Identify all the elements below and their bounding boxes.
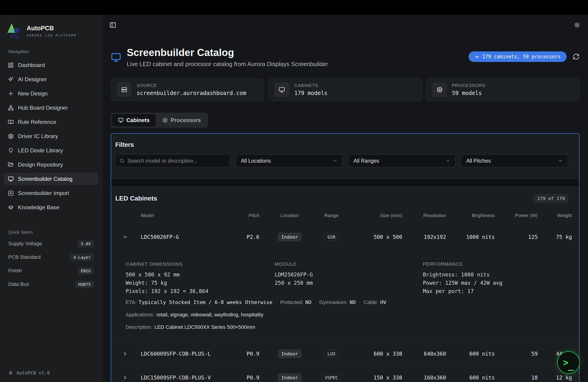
topbar xyxy=(103,15,588,35)
applications-field: Applications: retail, signage, videowall… xyxy=(126,312,572,318)
table-row[interactable]: LDC60009SFP-COB-PLUS-L P0.9 Indoor LUX 6… xyxy=(111,342,579,366)
sidebar-item-new-design[interactable]: New Design xyxy=(4,87,99,100)
chevron-down-icon xyxy=(558,158,563,163)
meta-label: Gymnasium: xyxy=(319,299,348,305)
expand-row-button[interactable] xyxy=(116,375,141,381)
cell-size: 500 x 500 xyxy=(343,234,402,240)
sidebar-item-dashboard[interactable]: Dashboard xyxy=(4,59,99,71)
column-header: Power (W) xyxy=(495,213,538,218)
chevron-down-icon xyxy=(122,234,128,240)
cabinets-table-card: LED Cabinets 179 of 179 Model Pitch Loca… xyxy=(111,186,579,382)
sidebar-toggle-button[interactable] xyxy=(109,21,116,28)
page-subtitle: Live LED cabinet and processor catalog f… xyxy=(127,60,328,68)
location-filter-select[interactable]: All Locations xyxy=(236,154,343,167)
quick-spec-row: Finish ENIG xyxy=(4,267,99,275)
expanded-row-detail: CABINET DIMENSIONS 500 x 500 x 92 mm Wei… xyxy=(111,252,579,342)
performance-section: PERFORMANCE Brightness: 1000 nits Power:… xyxy=(423,261,572,295)
detail-line: Max per port: 17 xyxy=(423,287,572,295)
theme-toggle-button[interactable] xyxy=(574,22,580,28)
catalog-panel: Filters All Locations All Ran xyxy=(111,133,580,382)
sidebar-item-hub-board-designer[interactable]: Hub Board Designer xyxy=(4,102,99,114)
search-input[interactable] xyxy=(115,154,230,167)
expand-row-button[interactable] xyxy=(116,351,141,357)
sidebar: AURORA DISPLAYS AutoPCB AURORA LED PLATF… xyxy=(0,15,103,382)
chevron-right-icon xyxy=(122,375,128,381)
quick-specs: Supply Voltage 5.0V PCB Standard 4-Layer… xyxy=(4,240,99,294)
column-header: Size (mm) xyxy=(343,213,402,218)
stat-label: SOURCE xyxy=(137,83,246,88)
quick-spec-row: Supply Voltage 5.0V xyxy=(4,240,99,248)
filters-title: Filters xyxy=(115,141,568,149)
cell-brightness: 1000 nits xyxy=(446,234,495,240)
filters-row: All Locations All Ranges All Pitches xyxy=(115,154,568,167)
app-logo: AURORA DISPLAYS xyxy=(7,23,22,38)
quick-spec-label: Finish xyxy=(8,268,22,274)
table-column-headers: Model Pitch Location Range Size (mm) Res… xyxy=(111,209,579,222)
cell-power: 59 xyxy=(495,351,538,357)
tab-cabinets[interactable]: Cabinets xyxy=(112,114,155,126)
sidebar-item-ai-designer[interactable]: AI Designer xyxy=(4,73,99,86)
quick-spec-value-badge: 5.0V xyxy=(78,240,94,248)
table-row[interactable]: LDC50026FP-G P2.6 Indoor GSR 500 x 500 1… xyxy=(111,222,579,252)
sidebar-item-rule-reference[interactable]: Rule Reference xyxy=(4,116,99,128)
table-header: LED Cabinets 179 of 179 xyxy=(111,194,579,203)
pitch-filter-select[interactable]: All Pitches xyxy=(461,154,568,167)
sun-icon xyxy=(574,22,580,28)
range-badge: GSR xyxy=(325,233,338,241)
sidebar-item-label: Screenbuilder Import xyxy=(18,190,69,196)
cpu-icon xyxy=(432,82,447,97)
monitor-icon xyxy=(118,117,124,123)
collapse-row-button[interactable] xyxy=(116,234,141,240)
zap-icon xyxy=(8,370,13,375)
column-header: Brightness xyxy=(446,213,495,218)
detail-line: Pixels: 192 x 192 = 36,864 xyxy=(126,287,275,295)
select-value: All Locations xyxy=(241,158,271,164)
cell-range: VSPEC xyxy=(320,374,343,382)
cpu-icon xyxy=(162,117,168,123)
sparkles-icon xyxy=(8,76,14,82)
cell-size: 150 x 338 xyxy=(343,375,402,381)
cell-range: LUX xyxy=(320,350,343,358)
tab-label: Processors xyxy=(171,117,201,123)
tab-label: Cabinets xyxy=(126,117,149,123)
page-title: Screenbuilder Catalog xyxy=(127,47,328,58)
cell-model: LDC50026FP-G xyxy=(141,234,230,240)
sidebar-item-screenbuilder-import[interactable]: Screenbuilder Import xyxy=(4,187,99,199)
meta-value: HV xyxy=(380,299,386,305)
page-header: Screenbuilder Catalog Live LED cabinet a… xyxy=(111,47,580,68)
sidebar-item-knowledge-base[interactable]: Knowledge Base xyxy=(4,201,99,214)
refresh-button[interactable] xyxy=(573,53,580,60)
filters-card: Filters All Locations All Ran xyxy=(111,134,579,179)
detail-line: LDM25026FP-G xyxy=(275,270,423,279)
detail-line: Brightness: 1000 nits xyxy=(423,270,572,279)
detail-line: 500 x 500 x 92 mm xyxy=(126,270,275,279)
cell-brightness: 600 nits xyxy=(446,375,495,381)
meta-label: Protected: xyxy=(280,299,303,305)
sidebar-item-driver-ic-library[interactable]: Driver IC Library xyxy=(4,130,99,142)
quick-spec-label: Supply Voltage xyxy=(8,241,42,247)
tab-processors[interactable]: Processors xyxy=(156,114,207,126)
sidebar-item-design-repository[interactable]: Design Repository xyxy=(4,158,99,171)
table-row[interactable]: LDC15009SFP-COB-PLUS-V P0.9 Indoor VSPEC… xyxy=(111,366,579,382)
table-title: LED Cabinets xyxy=(115,195,157,202)
applications-value: retail, signage, videowall, wayfinding, … xyxy=(156,312,263,318)
top-black-strip xyxy=(0,0,588,15)
stat-cards: SOURCE screenbuilder.auroradashboard.com… xyxy=(111,78,580,101)
cell-brightness: 600 nits xyxy=(446,351,495,357)
sidebar-item-screenbuilder-catalog[interactable]: Screenbuilder Catalog xyxy=(4,173,99,185)
stat-value: 179 models xyxy=(294,90,328,96)
cable-field: Cable: HV xyxy=(364,299,386,305)
sidebar-item-label: Screenbuilder Catalog xyxy=(18,176,72,182)
sidebar-item-led-diode-library[interactable]: LED Diode Library xyxy=(4,144,99,157)
app-version: AutoPCB v1.0 xyxy=(17,370,50,376)
range-filter-select[interactable]: All Ranges xyxy=(348,154,455,167)
search-icon xyxy=(119,158,125,163)
chevron-down-icon xyxy=(446,158,450,163)
column-header: Model xyxy=(141,213,230,218)
range-badge: VSPEC xyxy=(322,374,341,382)
cell-pitch: P0.9 xyxy=(230,375,259,381)
aurora-logo-icon xyxy=(7,23,21,34)
terminal-fab[interactable]: >_ xyxy=(557,351,580,374)
cell-location: Indoor xyxy=(259,349,320,358)
sidebar-item-label: AI Designer xyxy=(18,76,47,83)
